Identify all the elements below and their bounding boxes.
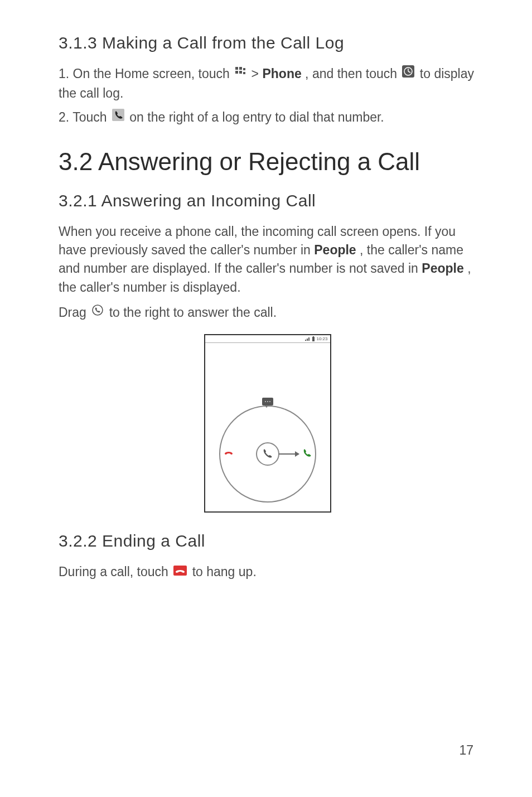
- text: 1. On the Home screen, touch: [59, 66, 233, 81]
- svg-point-19: [269, 401, 270, 402]
- text: to hang up.: [192, 564, 257, 579]
- text: >: [252, 66, 263, 81]
- svg-rect-10: [112, 109, 124, 121]
- apps-grid-icon: [235, 64, 246, 83]
- svg-point-11: [93, 305, 103, 315]
- text: During a call, touch: [59, 564, 172, 579]
- drag-arrow-icon: [279, 453, 299, 455]
- svg-rect-13: [307, 339, 308, 341]
- signal-icon: [305, 336, 312, 341]
- paragraph-3-2-2: During a call, touch to hang up.: [59, 563, 476, 582]
- status-time: 10:23: [316, 336, 327, 341]
- drag-handle-icon: [256, 442, 279, 466]
- svg-point-17: [265, 401, 266, 402]
- svg-rect-15: [312, 337, 315, 341]
- drag-instruction: Drag to the right to answer the call.: [59, 303, 476, 323]
- decline-icon: [223, 447, 235, 461]
- svg-rect-0: [235, 67, 238, 70]
- page-number: 17: [459, 743, 473, 758]
- people-label: People: [422, 261, 463, 276]
- svg-rect-2: [235, 71, 238, 74]
- step-2: 2. Touch on the right of a log entry to …: [59, 108, 476, 128]
- text: , and then touch: [305, 66, 400, 81]
- heading-3-2-2: 3.2.2 Ending a Call: [59, 532, 476, 550]
- sms-reject-icon: [262, 398, 273, 405]
- answer-icon: [301, 447, 313, 461]
- svg-rect-1: [239, 67, 242, 70]
- status-bar: 10:23: [205, 335, 330, 343]
- heading-3-2-1: 3.2.1 Answering an Incoming Call: [59, 191, 476, 210]
- dial-phone-icon: [112, 108, 124, 126]
- phone-circle-icon: [91, 303, 104, 321]
- incoming-call-figure: 10:23: [59, 334, 476, 515]
- clock-tab-icon: [402, 64, 414, 83]
- svg-rect-5: [243, 68, 245, 70]
- text: to the right to answer the call.: [109, 305, 277, 320]
- text: Drag: [59, 305, 90, 320]
- svg-rect-3: [239, 71, 242, 74]
- heading-3-1-3: 3.1.3 Making a Call from the Call Log: [59, 33, 476, 52]
- step-1: 1. On the Home screen, touch > Phone , a…: [59, 65, 476, 103]
- answer-ring: [219, 405, 316, 503]
- svg-rect-16: [313, 336, 314, 337]
- svg-rect-14: [308, 337, 309, 341]
- svg-rect-12: [305, 340, 306, 341]
- text: on the right of a log entry to dial that…: [129, 110, 384, 124]
- hang-up-icon: [173, 562, 187, 581]
- paragraph-3-2-1: When you receive a phone call, the incom…: [59, 223, 476, 297]
- svg-point-18: [267, 401, 268, 402]
- heading-3-2: 3.2 Answering or Rejecting a Call: [59, 148, 476, 176]
- phone-screen: 10:23: [204, 334, 331, 513]
- phone-label: Phone: [262, 66, 301, 81]
- people-label: People: [314, 243, 356, 257]
- svg-rect-4: [243, 72, 245, 74]
- text: 2. Touch: [59, 110, 110, 124]
